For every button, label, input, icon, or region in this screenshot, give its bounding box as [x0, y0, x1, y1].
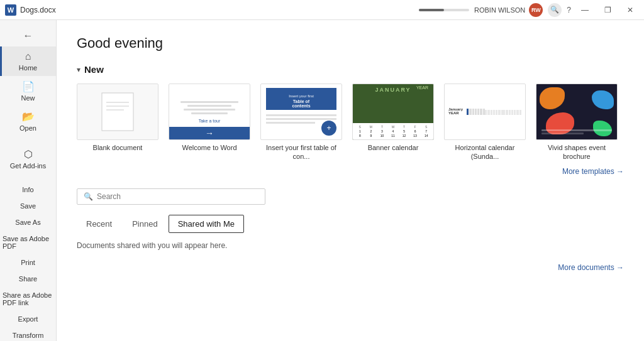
close-button[interactable]: ✕ — [621, 4, 639, 16]
sidebar-label-saveadobe: Save as Adobe PDF — [3, 235, 53, 250]
titlebar-search-icon[interactable]: 🔍 — [548, 3, 562, 17]
new-section-title: New — [84, 64, 104, 75]
template-toc[interactable]: Insert your first Table of contents + In… — [260, 84, 342, 161]
template-thumb-welcome: Take a tour → — [169, 84, 250, 140]
sidebar-item-save[interactable]: Save — [0, 198, 56, 214]
home-icon: ⌂ — [25, 51, 31, 62]
word-logo: W — [5, 4, 16, 16]
svg-rect-0 — [102, 93, 133, 131]
progress-fill — [419, 9, 444, 11]
tab-recent[interactable]: Recent — [77, 215, 121, 233]
sidebar-label-transform: Transform — [13, 332, 44, 339]
addins-icon: ⬡ — [24, 148, 33, 160]
progress-bar — [419, 9, 469, 11]
title-bar-right: ROBIN WILSON RW 🔍 ? — ❐ ✕ — [419, 3, 639, 17]
search-icon: 🔍 — [84, 192, 93, 201]
document-tabs: Recent Pinned Shared with Me — [77, 215, 624, 234]
template-banner[interactable]: JANUARY YEAR SMTWTFS 1234567 89101112131… — [352, 84, 434, 161]
restore-button[interactable]: ❐ — [599, 4, 616, 16]
template-thumb-blank — [77, 84, 158, 140]
more-templates-link[interactable]: More templates → — [77, 166, 624, 176]
help-button[interactable]: ? — [567, 6, 571, 14]
sidebar-label-print: Print — [21, 259, 35, 266]
template-thumb-banner: JANUARY YEAR SMTWTFS 1234567 89101112131… — [352, 84, 434, 140]
sidebar-item-open[interactable]: 📂 Open — [0, 106, 56, 136]
template-thumb-hcal: January YEAR — [444, 84, 526, 140]
template-thumb-toc: Insert your first Table of contents + — [260, 84, 342, 140]
sidebar-label-info: Info — [22, 186, 33, 193]
sidebar-label-shareadobe: Share as Adobe PDF link — [3, 291, 53, 306]
search-area: 🔍 — [77, 188, 624, 205]
open-icon: 📂 — [22, 111, 35, 122]
minimize-button[interactable]: — — [576, 4, 594, 16]
template-label-blank: Blank document — [93, 143, 143, 152]
new-icon: 📄 — [22, 80, 35, 92]
new-section-header: ▾ New — [77, 64, 624, 75]
search-input[interactable] — [97, 192, 258, 201]
template-label-banner: Banner calendar — [368, 143, 419, 152]
more-documents-link[interactable]: More documents → — [77, 263, 624, 272]
template-label-toc: Insert your first table of con... — [260, 143, 342, 161]
template-hcal[interactable]: January YEAR — [444, 84, 526, 161]
sidebar-item-share[interactable]: Share — [0, 271, 56, 287]
progress-bar-container — [419, 9, 469, 11]
vivid-blob1 — [540, 87, 565, 109]
template-label-welcome: Welcome to Word — [182, 143, 236, 152]
main-content: Good evening ▾ New Blank document — [57, 20, 644, 341]
title-bar-left: W Dogs.docx — [5, 4, 56, 16]
template-welcome[interactable]: Take a tour → Welcome to Word — [169, 84, 250, 161]
template-thumb-vivid — [536, 84, 618, 140]
sidebar-item-shareadobe[interactable]: Share as Adobe PDF link — [0, 287, 56, 311]
sidebar-item-info[interactable]: Info — [0, 181, 56, 198]
template-vivid[interactable]: Vivid shapes event brochure — [536, 84, 618, 161]
sidebar-item-addins[interactable]: ⬡ Get Add-ins — [0, 144, 56, 174]
shared-empty-message: Documents shared with you will appear he… — [77, 241, 624, 250]
template-label-hcal: Horizontal calendar (Sunda... — [444, 143, 526, 161]
sidebar-label-open: Open — [19, 124, 36, 132]
vivid-blob2 — [592, 90, 614, 109]
username-label: ROBIN WILSON — [474, 6, 525, 14]
sidebar-label-new: New — [21, 94, 35, 102]
template-blank[interactable]: Blank document — [77, 84, 158, 161]
sidebar-label-export: Export — [18, 315, 38, 323]
sidebar-item-home[interactable]: ⌂ Home — [0, 46, 56, 76]
new-chevron-icon[interactable]: ▾ — [77, 65, 80, 74]
sidebar-label-home: Home — [19, 64, 37, 72]
templates-grid: Blank document Take a tour → Wel — [77, 84, 624, 161]
sidebar-item-export[interactable]: Export — [0, 311, 56, 327]
sidebar-item-new[interactable]: 📄 New — [0, 76, 56, 106]
title-bar: W Dogs.docx ROBIN WILSON RW 🔍 ? — ❐ ✕ — [0, 0, 644, 20]
sidebar-label-share: Share — [19, 275, 37, 283]
sidebar-item-saveas[interactable]: Save As — [0, 214, 56, 230]
template-label-vivid: Vivid shapes event brochure — [536, 143, 618, 161]
sidebar-label-saveas: Save As — [15, 219, 40, 226]
more-templates-anchor[interactable]: More templates → — [562, 167, 624, 176]
sidebar-label-addins: Get Add-ins — [10, 162, 46, 170]
filename: Dogs.docx — [20, 6, 56, 14]
user-avatar[interactable]: RW — [529, 3, 543, 17]
user-info: ROBIN WILSON RW — [474, 3, 543, 17]
sidebar-item-saveadobe[interactable]: Save as Adobe PDF — [0, 230, 56, 254]
more-documents-anchor[interactable]: More documents → — [558, 263, 624, 272]
sidebar-item-print[interactable]: Print — [0, 254, 56, 271]
tab-shared[interactable]: Shared with Me — [169, 215, 244, 233]
app-body: ← ⌂ Home 📄 New 📂 Open ⬡ Get Add-ins Info… — [0, 20, 644, 341]
sidebar-item-transform[interactable]: Transform — [0, 327, 56, 341]
sidebar-label-save: Save — [20, 202, 36, 210]
tab-pinned[interactable]: Pinned — [123, 215, 167, 233]
sidebar: ← ⌂ Home 📄 New 📂 Open ⬡ Get Add-ins Info… — [0, 20, 57, 341]
search-box[interactable]: 🔍 — [77, 188, 265, 205]
greeting-text: Good evening — [77, 35, 624, 51]
back-button[interactable]: ← — [0, 25, 56, 46]
